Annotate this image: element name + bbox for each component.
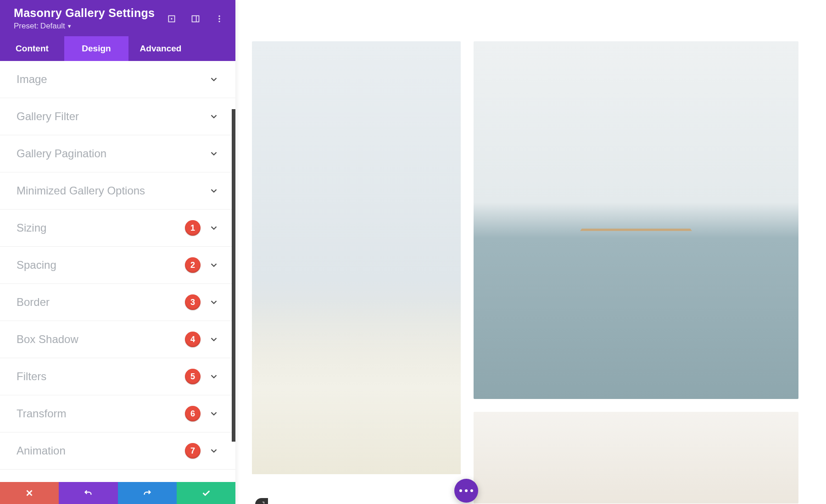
undo-button[interactable] <box>59 482 117 504</box>
scrollbar-thumb[interactable] <box>232 109 235 442</box>
undo-icon <box>83 488 93 498</box>
section-filters[interactable]: Filters 5 <box>0 358 235 395</box>
chevron-down-icon <box>209 446 219 456</box>
gallery-image[interactable] <box>474 41 798 399</box>
svg-point-6 <box>218 21 220 22</box>
annotation-badge: 5 <box>185 369 201 384</box>
section-label: Minimized Gallery Options <box>17 184 145 197</box>
svg-point-4 <box>218 15 220 17</box>
dot-icon <box>459 489 462 492</box>
expand-frame-icon[interactable] <box>167 14 177 24</box>
chevron-down-icon <box>209 371 219 382</box>
section-transform[interactable]: Transform 6 <box>0 395 235 432</box>
check-icon <box>201 488 211 498</box>
section-label: Transform <box>17 407 66 420</box>
section-image[interactable]: Image <box>0 61 235 98</box>
section-border[interactable]: Border 3 <box>0 284 235 321</box>
close-icon <box>24 488 34 498</box>
chevron-down-icon <box>209 74 219 84</box>
chevron-down-icon <box>209 409 219 419</box>
sidebar-header: Masonry Gallery Settings Preset: Default… <box>0 0 235 36</box>
dock-panel-icon[interactable] <box>190 14 201 24</box>
panel-title: Masonry Gallery Settings <box>14 6 155 20</box>
tab-design[interactable]: Design <box>64 36 128 61</box>
chevron-down-icon <box>209 260 219 270</box>
section-label: Spacing <box>17 259 56 271</box>
annotation-badge: 1 <box>185 220 201 236</box>
section-label: Border <box>17 296 50 309</box>
section-label: Filters <box>17 370 46 383</box>
redo-icon <box>142 488 152 498</box>
section-label: Sizing <box>17 222 46 234</box>
chevron-down-icon <box>209 111 219 122</box>
cancel-button[interactable] <box>0 482 59 504</box>
expand-icon <box>258 501 265 504</box>
more-options-icon[interactable] <box>214 14 224 24</box>
annotation-badge: 4 <box>185 332 201 347</box>
dot-icon <box>465 489 468 492</box>
settings-tabs: Content Design Advanced <box>0 36 235 61</box>
preset-value: Default <box>40 22 65 31</box>
section-label: Gallery Pagination <box>17 147 106 160</box>
preset-prefix: Preset: <box>14 22 39 31</box>
section-label: Animation <box>17 444 66 457</box>
save-button[interactable] <box>177 482 235 504</box>
section-label: Gallery Filter <box>17 110 79 123</box>
section-box-shadow[interactable]: Box Shadow 4 <box>0 321 235 358</box>
redo-button[interactable] <box>118 482 177 504</box>
gallery-image[interactable] <box>252 41 461 474</box>
section-label: Box Shadow <box>17 333 78 346</box>
design-section-list: Image Gallery Filter Gallery Pagination … <box>0 61 235 482</box>
annotation-badge: 7 <box>185 443 201 459</box>
svg-point-1 <box>171 18 172 19</box>
dot-icon <box>470 489 473 492</box>
chevron-down-icon <box>209 186 219 196</box>
sidebar-footer <box>0 482 235 504</box>
preset-selector[interactable]: Preset: Default ▼ <box>14 22 155 31</box>
chevron-down-icon <box>209 149 219 159</box>
section-sizing[interactable]: Sizing 1 <box>0 210 235 247</box>
chevron-down-icon <box>209 223 219 233</box>
annotation-badge: 2 <box>185 257 201 273</box>
annotation-badge: 6 <box>185 406 201 421</box>
annotation-badge: 3 <box>185 294 201 310</box>
tab-advanced[interactable]: Advanced <box>128 36 193 61</box>
section-label: Image <box>17 73 47 86</box>
caret-down-icon: ▼ <box>67 23 72 29</box>
chevron-down-icon <box>209 297 219 307</box>
settings-sidebar: Masonry Gallery Settings Preset: Default… <box>0 0 235 504</box>
tab-content[interactable]: Content <box>0 36 64 61</box>
masonry-gallery <box>252 41 798 504</box>
section-gallery-pagination[interactable]: Gallery Pagination <box>0 135 235 172</box>
chevron-down-icon <box>209 334 219 344</box>
preview-canvas <box>235 0 826 504</box>
gallery-image[interactable] <box>474 412 798 504</box>
svg-point-5 <box>218 18 220 19</box>
section-animation[interactable]: Animation 7 <box>0 432 235 470</box>
section-spacing[interactable]: Spacing 2 <box>0 247 235 284</box>
svg-rect-2 <box>192 16 199 22</box>
section-minimized-gallery-options[interactable]: Minimized Gallery Options <box>0 172 235 210</box>
section-gallery-filter[interactable]: Gallery Filter <box>0 98 235 135</box>
builder-fab-button[interactable] <box>454 479 478 503</box>
